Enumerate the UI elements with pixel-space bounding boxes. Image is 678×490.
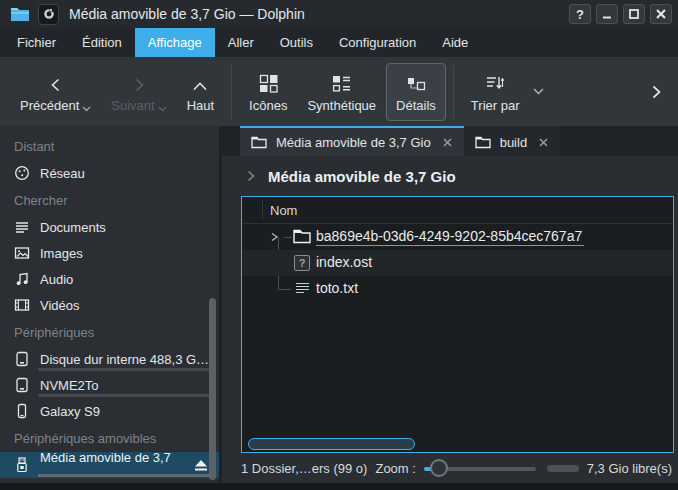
- hard-drive-icon: [14, 377, 30, 393]
- sidebar-item-reseau[interactable]: Réseau: [0, 160, 219, 186]
- view-details-button[interactable]: Détails: [386, 63, 446, 121]
- help-button[interactable]: ?: [569, 4, 591, 24]
- file-row-unknown[interactable]: ? index.ost: [242, 250, 673, 276]
- sidebar-item-images[interactable]: Images: [0, 240, 219, 266]
- menu-affichage[interactable]: Affichage: [135, 28, 215, 57]
- close-icon: [655, 8, 667, 20]
- places-section-distant: Distant: [0, 132, 219, 160]
- file-name[interactable]: toto.txt: [316, 280, 358, 296]
- forward-icon: [131, 77, 147, 93]
- toolbar-overflow-button[interactable]: [651, 84, 668, 100]
- disk-usage-bar: [38, 474, 211, 477]
- menu-outils[interactable]: Outils: [267, 28, 326, 57]
- expand-arrow-icon[interactable]: [270, 232, 279, 242]
- window-body: Distant Réseau Chercher Documents: [0, 126, 678, 483]
- documents-icon: [14, 219, 30, 235]
- up-button[interactable]: Haut: [177, 63, 224, 121]
- column-header-nom[interactable]: Nom: [242, 203, 297, 218]
- menu-fichier[interactable]: Fichier: [4, 28, 69, 57]
- status-bar: 1 Dossier,…ers (99 o) Zoom : 7,3 Gio lib…: [222, 453, 678, 483]
- app-badge-icon: [43, 8, 55, 20]
- places-section-chercher: Chercher: [0, 186, 219, 214]
- zoom-label: Zoom :: [375, 461, 415, 476]
- eject-button[interactable]: [193, 459, 209, 472]
- horizontal-scrollbar[interactable]: [248, 438, 415, 450]
- sidebar-item-videos[interactable]: Vidéos: [0, 292, 219, 318]
- tab-media-amovible[interactable]: Média amovible de 3,7 Gio: [240, 126, 464, 156]
- free-space-bar: [547, 465, 579, 472]
- window-bottom-edge: [0, 483, 678, 490]
- view-icons-button[interactable]: Icônes: [239, 63, 297, 121]
- images-icon: [14, 245, 30, 261]
- file-view[interactable]: Nom ba869e4b-03d6: [241, 196, 674, 453]
- window-badge-button[interactable]: [38, 4, 59, 25]
- forward-button[interactable]: Suivant: [101, 63, 176, 121]
- file-name[interactable]: index.ost: [316, 254, 372, 270]
- maximize-icon: [628, 8, 640, 20]
- main-area: Média amovible de 3,7 Gio build: [222, 126, 678, 483]
- tab-build[interactable]: build: [464, 126, 560, 156]
- help-icon: ?: [576, 7, 584, 22]
- tab-bar: Média amovible de 3,7 Gio build: [222, 126, 678, 156]
- back-history-caret-icon: [82, 106, 91, 112]
- sidebar-item-nvme2to[interactable]: NVME2To: [0, 372, 219, 398]
- forward-history-caret-icon: [158, 106, 167, 112]
- breadcrumb[interactable]: Média amovible de 3,7 Gio: [222, 156, 678, 196]
- audio-icon: [14, 271, 30, 287]
- maximize-button[interactable]: [623, 4, 645, 24]
- toolbar-separator: [231, 65, 232, 119]
- menu-edition[interactable]: Édition: [69, 28, 135, 57]
- compact-view-icon: [332, 74, 351, 93]
- tab-close-button[interactable]: [538, 137, 549, 148]
- minimize-button[interactable]: [596, 4, 618, 24]
- file-row-folder[interactable]: ba869e4b-03d6-4249-9202-85b4cec767a7: [242, 224, 673, 250]
- icons-view-icon: [259, 74, 278, 93]
- close-icon: [538, 137, 549, 148]
- sort-caret-icon: [533, 88, 544, 95]
- menu-aide[interactable]: Aide: [429, 28, 481, 57]
- sidebar-item-documents[interactable]: Documents: [0, 214, 219, 240]
- sort-by-button[interactable]: Trier par: [461, 63, 530, 121]
- menu-configuration[interactable]: Configuration: [326, 28, 429, 57]
- tab-close-button[interactable]: [442, 137, 453, 148]
- unknown-file-icon: ?: [294, 255, 310, 271]
- breadcrumb-location[interactable]: Média amovible de 3,7 Gio: [268, 168, 456, 185]
- hard-drive-icon: [14, 351, 30, 367]
- disk-usage-bar: [38, 368, 211, 371]
- sidebar-scrollbar[interactable]: [209, 298, 216, 480]
- places-panel: Distant Réseau Chercher Documents: [0, 126, 222, 483]
- videos-icon: [14, 297, 30, 313]
- zoom-slider-handle[interactable]: [430, 459, 448, 477]
- window-controls: ?: [569, 4, 672, 24]
- file-name[interactable]: ba869e4b-03d6-4249-9202-85b4cec767a7: [316, 228, 584, 246]
- menubar: Fichier Édition Affichage Aller Outils C…: [0, 28, 678, 57]
- menu-aller[interactable]: Aller: [215, 28, 267, 57]
- folder-icon: [293, 229, 311, 244]
- places-section-peripheriques: Périphériques: [0, 318, 219, 346]
- details-view-icon: [406, 74, 426, 93]
- places-section-amovibles: Périphériques amovibles: [0, 424, 219, 452]
- folder-icon: [475, 136, 491, 149]
- titlebar[interactable]: Média amovible de 3,7 Gio — Dolphin ?: [0, 0, 678, 28]
- file-rows: ba869e4b-03d6-4249-9202-85b4cec767a7 ? i…: [242, 224, 673, 302]
- text-file-icon: [294, 281, 311, 296]
- sidebar-item-galaxy-s9[interactable]: Galaxy S9: [0, 398, 219, 424]
- dolphin-window: Média amovible de 3,7 Gio — Dolphin ? Fi…: [0, 0, 678, 490]
- sidebar-item-media-amovible[interactable]: Média amovible de 3,7 …: [0, 452, 219, 478]
- sidebar-item-audio[interactable]: Audio: [0, 266, 219, 292]
- chevron-right-icon: [651, 84, 662, 100]
- view-compact-button[interactable]: Synthétique: [297, 63, 386, 121]
- minimize-icon: [601, 8, 613, 20]
- zoom-slider[interactable]: [424, 459, 536, 477]
- folder-icon: [251, 136, 267, 149]
- usb-drive-icon: [14, 457, 30, 473]
- up-icon: [191, 79, 209, 93]
- sidebar-item-disque-interne[interactable]: Disque dur interne 488,3 G…: [0, 346, 219, 372]
- sort-icon: [485, 74, 505, 93]
- file-row-text[interactable]: toto.txt: [242, 276, 673, 302]
- phone-icon: [14, 403, 30, 419]
- column-header[interactable]: Nom: [242, 197, 673, 224]
- close-button[interactable]: [650, 4, 672, 24]
- back-button[interactable]: Précédent: [10, 63, 101, 121]
- chevron-right-icon: [246, 170, 256, 182]
